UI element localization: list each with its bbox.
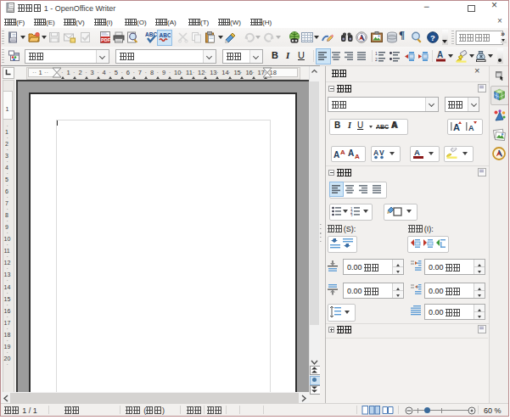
svg-text:V: V	[379, 148, 384, 157]
svg-text:ABC: ABC	[160, 32, 171, 38]
svg-text:2: 2	[375, 57, 378, 62]
svg-text:A: A	[468, 124, 474, 132]
svg-text:A: A	[414, 148, 420, 157]
svg-text:?: ?	[430, 33, 435, 42]
svg-text:A: A	[340, 148, 345, 156]
svg-text:A: A	[437, 50, 443, 59]
svg-text:A: A	[355, 153, 360, 160]
svg-text:1: 1	[375, 51, 378, 56]
svg-text:A: A	[348, 148, 354, 158]
svg-text:PDF: PDF	[101, 37, 111, 42]
svg-text:A: A	[333, 150, 339, 160]
svg-text:3: 3	[350, 214, 353, 216]
svg-text:A: A	[373, 148, 378, 157]
